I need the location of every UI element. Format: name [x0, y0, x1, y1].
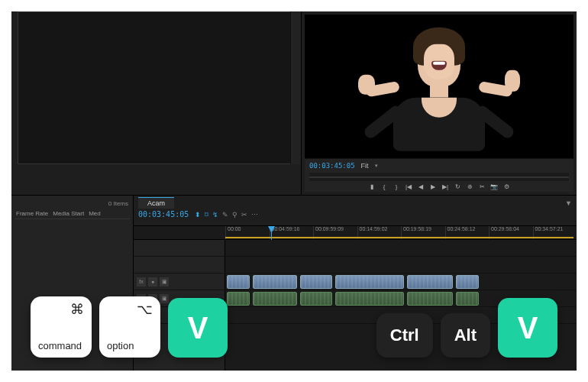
filter-icon[interactable]: ▼	[565, 199, 572, 207]
sequence-tab[interactable]: Acam	[138, 197, 174, 209]
step-back-button[interactable]: ◀	[417, 183, 425, 190]
timeline-header: Acam ▼ 00:03:45:05 ⬍ ⌑ ↯ ✎ ⚲ ✂ ⋯	[134, 196, 577, 226]
video-clip[interactable]	[456, 275, 479, 289]
option-symbol-icon: ⌥	[107, 303, 153, 316]
col-framerate[interactable]: Frame Rate	[16, 210, 48, 217]
command-key: ⌘ command	[31, 296, 92, 358]
program-timecode[interactable]: 00:03:45:05	[309, 162, 355, 170]
video-clip[interactable]	[300, 275, 332, 289]
program-controls: 00:03:45:05 Fit ▾ ▮ { } |◀ ◀ ▶ ▶| ↻ ⊕ ✂ …	[305, 158, 573, 192]
source-sidebar	[290, 11, 301, 164]
upper-panels: 00:03:45:05 Fit ▾ ▮ { } |◀ ◀ ▶ ▶| ↻ ⊕ ✂ …	[11, 11, 577, 195]
program-monitor-panel: 00:03:45:05 Fit ▾ ▮ { } |◀ ◀ ▶ ▶| ↻ ⊕ ✂ …	[302, 11, 577, 195]
insert-button[interactable]: ⊕	[466, 183, 473, 190]
timeline-tools: ⬍ ⌑ ↯ ✎ ⚲ ✂ ⋯	[195, 211, 258, 219]
play-button[interactable]: ▶	[429, 183, 437, 190]
work-area-bar[interactable]	[225, 237, 573, 238]
bracket-in-button[interactable]: {	[380, 183, 388, 190]
step-fwd-button[interactable]: ▶|	[441, 183, 449, 190]
video-content-person	[393, 34, 485, 151]
keyboard-shortcut-overlay: ⌘ command ⌥ option V Ctrl Alt V	[0, 296, 588, 358]
zoom-dropdown-icon[interactable]: ▾	[375, 163, 378, 169]
track-fx-button[interactable]: fx	[137, 277, 146, 286]
export-frame-button[interactable]: 📷	[490, 183, 498, 190]
option-label: option	[107, 340, 153, 351]
program-viewport[interactable]	[305, 15, 573, 158]
track-toggle-button[interactable]: ●	[148, 277, 157, 286]
v-key-mac: V	[168, 298, 228, 358]
transport-controls: ▮ { } |◀ ◀ ▶ ▶| ↻ ⊕ ✂ 📷 ⚙	[305, 181, 573, 192]
col-med[interactable]: Med	[89, 210, 101, 217]
more-icon[interactable]: ⋯	[251, 211, 258, 219]
time-ruler[interactable]: 00:00 00:04:59:16 00:09:59:09 00:14:59:0…	[134, 226, 577, 240]
command-label: command	[38, 340, 84, 351]
project-item-count: 0 Items	[15, 199, 130, 209]
col-mediastart[interactable]: Media Start	[53, 210, 84, 217]
source-monitor-panel	[11, 11, 302, 195]
option-key: ⌥ option	[99, 296, 160, 358]
razor-icon[interactable]: ✂	[241, 211, 247, 219]
track-header-v2[interactable]	[134, 257, 225, 274]
link-icon[interactable]: ⌑	[205, 211, 208, 219]
command-symbol-icon: ⌘	[38, 303, 84, 316]
alt-key: Alt	[441, 313, 490, 358]
video-clip[interactable]	[227, 275, 250, 289]
video-clip[interactable]	[335, 275, 404, 289]
track-header-v3[interactable]	[134, 240, 225, 257]
project-columns: Frame Rate Media Start Med	[15, 209, 130, 219]
v-key-win: V	[498, 298, 557, 358]
track-header-v1[interactable]: fx ● ▣	[134, 274, 225, 290]
video-clip[interactable]	[253, 275, 297, 289]
program-scrubber[interactable]	[309, 173, 569, 182]
loop-button[interactable]: ↻	[454, 183, 461, 190]
source-viewport[interactable]	[18, 11, 295, 164]
zoom-fit-label[interactable]: Fit	[361, 162, 369, 170]
settings-button[interactable]: ⚙	[502, 183, 510, 190]
ctrl-key: Ctrl	[376, 313, 433, 358]
mark-in-button[interactable]: ▮	[368, 183, 376, 190]
marker-icon[interactable]: ↯	[212, 211, 218, 219]
bracket-out-button[interactable]: }	[393, 183, 400, 190]
go-start-button[interactable]: |◀	[405, 183, 412, 190]
track-lock-button[interactable]: ▣	[160, 277, 169, 286]
pen-icon[interactable]: ✎	[222, 211, 228, 219]
lift-button[interactable]: ✂	[478, 183, 486, 190]
timeline-timecode[interactable]: 00:03:45:05	[138, 210, 189, 219]
snap-icon[interactable]: ⬍	[195, 211, 201, 219]
video-clip[interactable]	[407, 275, 453, 289]
search-icon[interactable]: ⚲	[232, 211, 237, 219]
